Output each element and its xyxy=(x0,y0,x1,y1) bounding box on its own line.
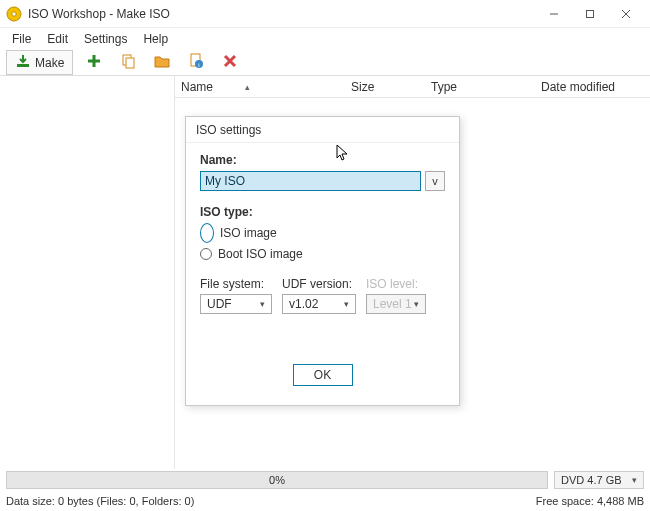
svg-text:i: i xyxy=(199,62,200,68)
radio-iso-image[interactable]: ISO image xyxy=(200,223,445,243)
radio-selected-icon xyxy=(200,223,214,243)
udf-version-label: UDF version: xyxy=(282,277,356,291)
app-icon xyxy=(6,6,22,22)
chevron-down-icon: ▾ xyxy=(344,299,349,309)
folder-icon xyxy=(154,53,170,72)
radio-boot-iso-image[interactable]: Boot ISO image xyxy=(200,247,445,261)
filesystem-select[interactable]: UDF▾ xyxy=(200,294,272,314)
svg-rect-6 xyxy=(17,64,29,67)
titlebar: ISO Workshop - Make ISO xyxy=(0,0,650,28)
minimize-button[interactable] xyxy=(536,2,572,26)
iso-settings-dialog: ISO settings Name: v ISO type: ISO image… xyxy=(185,116,460,406)
svg-rect-3 xyxy=(587,10,594,17)
progress-bar: 0% xyxy=(6,471,548,489)
ok-button[interactable]: OK xyxy=(293,364,353,386)
iso-level-select: Level 1▾ xyxy=(366,294,426,314)
iso-type-label: ISO type: xyxy=(200,205,445,219)
file-info-button[interactable]: i xyxy=(183,50,209,75)
window-buttons xyxy=(536,2,644,26)
make-label: Make xyxy=(35,56,64,70)
dialog-title: ISO settings xyxy=(186,117,459,143)
column-size[interactable]: Size xyxy=(351,80,421,94)
column-name[interactable]: Name▴ xyxy=(181,80,351,94)
bottom-bar: 0% DVD 4.7 GB▾ xyxy=(0,469,650,491)
name-input[interactable] xyxy=(200,171,421,191)
close-button[interactable] xyxy=(608,2,644,26)
make-button[interactable]: Make xyxy=(6,50,73,75)
make-icon xyxy=(15,53,31,72)
chevron-down-icon: ▾ xyxy=(414,299,419,309)
iso-level-label: ISO level: xyxy=(366,277,426,291)
name-history-button[interactable]: v xyxy=(425,171,445,191)
column-headers: Name▴ Size Type Date modified xyxy=(175,76,650,98)
menu-help[interactable]: Help xyxy=(135,30,176,48)
progress-text: 0% xyxy=(269,474,285,486)
toolbar: Make i xyxy=(0,50,650,76)
column-type[interactable]: Type xyxy=(421,80,531,94)
open-folder-button[interactable] xyxy=(149,50,175,75)
column-date[interactable]: Date modified xyxy=(531,80,650,94)
menu-edit[interactable]: Edit xyxy=(39,30,76,48)
x-icon xyxy=(222,53,238,72)
paste-button[interactable] xyxy=(115,50,141,75)
udf-version-select[interactable]: v1.02▾ xyxy=(282,294,356,314)
menubar: File Edit Settings Help xyxy=(0,28,650,50)
copy-icon xyxy=(120,53,136,72)
window-title: ISO Workshop - Make ISO xyxy=(28,7,536,21)
chevron-down-icon: ▾ xyxy=(260,299,265,309)
svg-point-1 xyxy=(12,11,16,15)
filesystem-label: File system: xyxy=(200,277,272,291)
disc-size-select[interactable]: DVD 4.7 GB▾ xyxy=(554,471,644,489)
maximize-button[interactable] xyxy=(572,2,608,26)
file-info-icon: i xyxy=(188,53,204,72)
add-button[interactable] xyxy=(81,50,107,75)
statusbar: Data size: 0 bytes (Files: 0, Folders: 0… xyxy=(0,491,650,511)
status-free-space: Free space: 4,488 MB xyxy=(536,495,644,507)
delete-button[interactable] xyxy=(217,50,243,75)
chevron-down-icon: ▾ xyxy=(632,475,637,485)
svg-rect-8 xyxy=(126,58,134,68)
sort-asc-icon: ▴ xyxy=(245,82,250,92)
menu-settings[interactable]: Settings xyxy=(76,30,135,48)
radio-unselected-icon xyxy=(200,248,212,260)
plus-icon xyxy=(86,53,102,72)
status-data-size: Data size: 0 bytes (Files: 0, Folders: 0… xyxy=(6,495,536,507)
menu-file[interactable]: File xyxy=(4,30,39,48)
name-label: Name: xyxy=(200,153,445,167)
tree-sidebar[interactable] xyxy=(0,76,175,469)
